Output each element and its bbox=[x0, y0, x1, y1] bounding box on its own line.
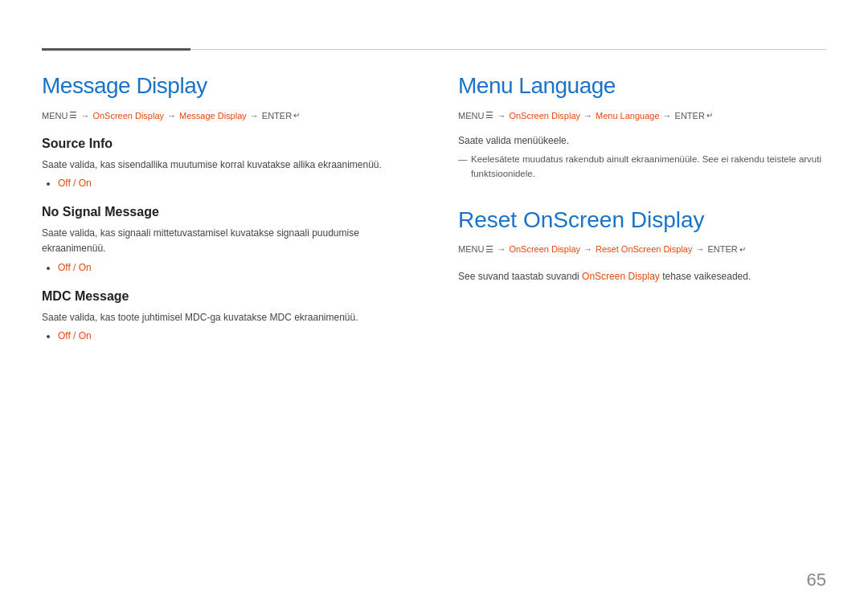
enter-icon: ↵ bbox=[293, 111, 300, 120]
arrow-reset3: → bbox=[696, 244, 705, 254]
onscreen-display-link2: OnScreen Display bbox=[509, 111, 580, 121]
menu-icon-reset: ☰ bbox=[485, 244, 493, 255]
menu-language-menu-path: MENU ☰ → OnScreen Display → Menu Languag… bbox=[458, 110, 826, 121]
menu-language-note: Keelesätete muudatus rakendub ainult ekr… bbox=[458, 153, 826, 182]
no-signal-title: No Signal Message bbox=[42, 205, 410, 219]
onscreen-display-link1: OnScreen Display bbox=[92, 111, 164, 121]
reset-body-after: tehase vaikeseaded. bbox=[660, 271, 751, 282]
mdc-message-title: MDC Message bbox=[42, 289, 410, 304]
enter-text-reset: ENTER bbox=[708, 244, 738, 254]
menu-language-link: Menu Language bbox=[596, 111, 660, 121]
source-info-section: Source Info Saate valida, kas sisendalli… bbox=[42, 137, 410, 189]
arrow-r2: → bbox=[583, 111, 592, 121]
menu-keyword-r: MENU bbox=[458, 111, 484, 121]
no-signal-body: Saate valida, kas signaali mittetuvastam… bbox=[42, 226, 410, 256]
menu-icon-right: ☰ bbox=[485, 110, 493, 121]
menu-keyword-reset: MENU bbox=[458, 244, 484, 254]
mdc-message-body: Saate valida, kas toote juhtimisel MDC-g… bbox=[42, 310, 410, 325]
reset-onscreen-section: Reset OnScreen Display MENU ☰ → OnScreen… bbox=[458, 207, 826, 284]
enter-icon-reset: ↵ bbox=[739, 245, 746, 254]
reset-onscreen-menu-path: MENU ☰ → OnScreen Display → Reset OnScre… bbox=[458, 244, 826, 255]
arrow2: → bbox=[167, 111, 176, 121]
mdc-message-bullet: Off / On bbox=[58, 330, 410, 341]
message-display-link: Message Display bbox=[179, 111, 247, 121]
reset-body-before: See suvand taastab suvandi bbox=[458, 271, 582, 282]
arrow1: → bbox=[80, 111, 89, 121]
no-signal-section: No Signal Message Saate valida, kas sign… bbox=[42, 205, 410, 272]
menu-language-section: Menu Language MENU ☰ → OnScreen Display … bbox=[458, 73, 826, 182]
menu-language-saate: Saate valida menüükeele. bbox=[458, 135, 826, 146]
reset-onscreen-link: Reset OnScreen Display bbox=[596, 244, 692, 254]
page-container: Message Display MENU ☰ → OnScreen Displa… bbox=[0, 0, 868, 613]
arrow-r1: → bbox=[497, 111, 506, 121]
note-text: Keelesätete muudatus rakendub ainult ekr… bbox=[471, 154, 821, 178]
mdc-message-options: Off / On bbox=[42, 330, 410, 341]
arrow-reset1: → bbox=[497, 244, 506, 254]
menu-icon-left: ☰ bbox=[69, 110, 77, 121]
menu-language-title: Menu Language bbox=[458, 73, 826, 99]
enter-text-r: ENTER bbox=[675, 111, 705, 121]
arrow-r3: → bbox=[663, 111, 672, 121]
arrow3: → bbox=[250, 111, 259, 121]
reset-body-link: OnScreen Display bbox=[582, 271, 660, 282]
right-column: Menu Language MENU ☰ → OnScreen Display … bbox=[458, 73, 826, 581]
source-info-title: Source Info bbox=[42, 137, 410, 151]
no-signal-options: Off / On bbox=[42, 262, 410, 273]
reset-body-text: See suvand taastab suvandi OnScreen Disp… bbox=[458, 269, 826, 284]
reset-onscreen-title: Reset OnScreen Display bbox=[458, 207, 826, 233]
source-info-bullet: Off / On bbox=[58, 178, 410, 189]
mdc-message-option: Off / On bbox=[58, 330, 92, 341]
page-number: 65 bbox=[807, 570, 826, 591]
no-signal-bullet: Off / On bbox=[58, 262, 410, 273]
columns: Message Display MENU ☰ → OnScreen Displa… bbox=[42, 73, 826, 581]
onscreen-display-link3: OnScreen Display bbox=[509, 244, 580, 254]
source-info-body: Saate valida, kas sisendallika muutumise… bbox=[42, 157, 410, 173]
no-signal-option: Off / On bbox=[58, 262, 92, 273]
left-column: Message Display MENU ☰ → OnScreen Displa… bbox=[42, 73, 410, 581]
source-info-option: Off / On bbox=[58, 178, 92, 189]
border-right bbox=[190, 49, 826, 50]
mdc-message-section: MDC Message Saate valida, kas toote juht… bbox=[42, 289, 410, 341]
arrow-reset2: → bbox=[583, 244, 592, 254]
message-display-title: Message Display bbox=[42, 73, 410, 99]
message-display-menu-path: MENU ☰ → OnScreen Display → Message Disp… bbox=[42, 110, 410, 121]
enter-icon-r: ↵ bbox=[706, 111, 713, 120]
top-borders bbox=[42, 48, 826, 51]
enter-text: ENTER bbox=[262, 111, 292, 121]
source-info-options: Off / On bbox=[42, 178, 410, 189]
menu-keyword: MENU bbox=[42, 111, 68, 121]
border-left bbox=[42, 48, 190, 51]
